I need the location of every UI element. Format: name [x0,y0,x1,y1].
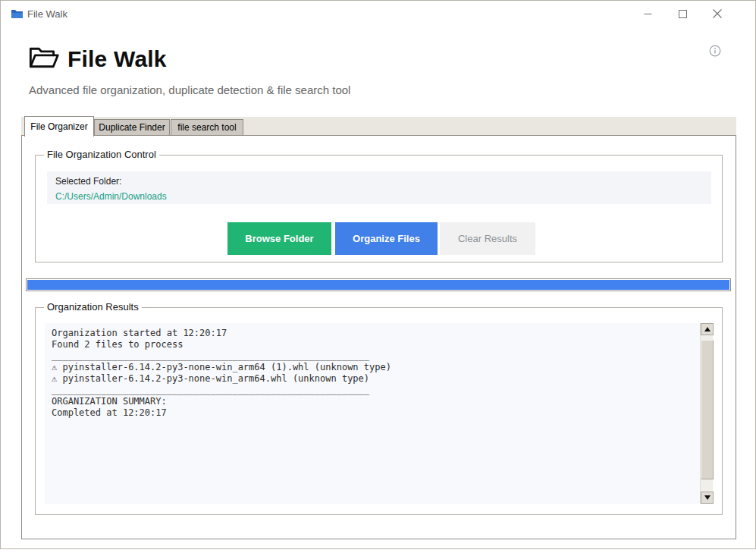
app-title: File Walk [27,8,67,20]
minimize-button[interactable] [630,2,665,26]
selected-folder-panel: Selected Folder: C:/Users/Admin/Download… [47,171,711,204]
info-button[interactable] [708,45,722,58]
tab-file-organizer[interactable]: File Organizer [24,116,94,137]
scroll-up-button[interactable] [701,323,714,335]
header-folder-icon [28,45,60,74]
progress-bar [26,278,731,291]
tab-file-search-tool[interactable]: file search tool [171,119,243,135]
close-icon [713,9,722,18]
group-file-organization-control: File Organization Control Selected Folde… [35,155,723,262]
maximize-button[interactable] [665,2,700,26]
tab-duplicate-finder[interactable]: Duplicate Finder [94,119,170,135]
minimize-icon [644,10,652,18]
app-window: File Walk [0,0,756,553]
organize-files-button[interactable]: Organize Files [335,222,438,255]
scroll-down-button[interactable] [701,492,714,504]
group-organization-results: Organization Results Organization starte… [35,307,723,515]
page-subtitle: Advanced file organization, duplicate de… [29,83,350,96]
titlebar[interactable]: File Walk [2,2,755,26]
progress-fill [27,280,729,290]
info-icon [709,45,721,57]
scroll-up-icon [704,327,711,331]
group-legend: File Organization Control [44,149,159,160]
app-folder-icon [11,8,24,22]
page-title: File Walk [67,46,167,72]
window-frame: File Walk [0,0,756,549]
clear-results-button[interactable]: Clear Results [440,222,535,255]
results-scrollbar[interactable] [700,323,713,504]
group-legend: Organization Results [44,301,142,313]
scroll-down-icon [704,495,711,500]
results-log[interactable]: Organization started at 12:20:17 Found 2… [45,323,714,504]
selected-folder-label: Selected Folder: [55,176,703,187]
selected-folder-path: C:/Users/Admin/Downloads [55,191,703,202]
close-button[interactable] [700,2,735,26]
scroll-thumb[interactable] [701,340,714,479]
maximize-icon [679,10,687,18]
browse-folder-button[interactable]: Browse Folder [227,222,331,255]
